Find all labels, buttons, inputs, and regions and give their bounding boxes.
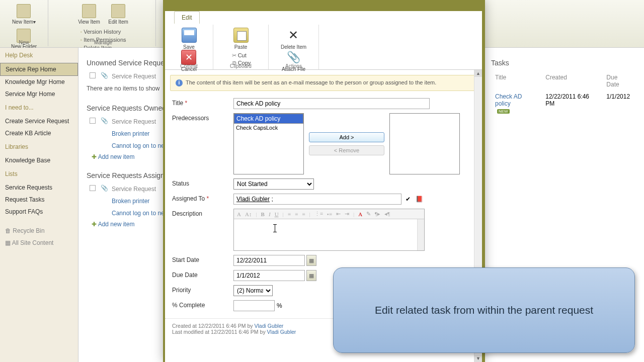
left-navigation: Help Desk Service Rep Home Knowledge Mgr…: [0, 48, 78, 362]
description-textarea[interactable]: [234, 219, 424, 250]
checkbox-icon[interactable]: [90, 72, 96, 78]
highlight-icon[interactable]: ✎: [365, 211, 372, 217]
font-size-icon[interactable]: A↕: [244, 211, 253, 217]
nav-header-helpdesk: Help Desk: [0, 48, 78, 63]
title-label: Title *: [172, 98, 233, 107]
tab-edit[interactable]: Edit: [174, 11, 200, 24]
tasks-heading: Tasks: [491, 59, 636, 67]
align-right-icon[interactable]: ≡: [301, 211, 306, 217]
browse-people-icon[interactable]: 📕: [415, 195, 424, 204]
outdent-icon[interactable]: ⇤: [335, 211, 342, 217]
pct-complete-input[interactable]: [233, 300, 275, 311]
nav-header-libraries: Libraries: [0, 139, 78, 154]
calendar-icon[interactable]: ▦: [306, 255, 316, 266]
dialog-titlebar: [165, 0, 482, 11]
bold-icon[interactable]: B: [260, 211, 266, 217]
pct-complete-label: % Complete: [172, 300, 233, 309]
description-label: Description: [172, 209, 233, 217]
view-item-button[interactable]: View Item: [75, 2, 103, 27]
ribbon-group-new-label: New: [0, 40, 48, 45]
rich-text-toolbar: A A↕ | B I U | ≡ ≡ ≡ | ⋮≡ •≡: [234, 209, 424, 219]
align-left-icon[interactable]: ≡: [287, 211, 292, 217]
nav-knowledge-base[interactable]: Knowledge Base: [0, 154, 78, 166]
ribbon-group-clipboard-label: Clipboard: [213, 63, 268, 69]
predecessors-selected-list[interactable]: [389, 113, 460, 174]
info-message: iThe content of this item will be sent a…: [170, 75, 477, 91]
start-date-input[interactable]: [233, 255, 305, 266]
nav-service-rep-home[interactable]: Service Rep Home: [0, 63, 78, 76]
nav-service-requests[interactable]: Service Requests: [0, 182, 78, 194]
predecessor-option[interactable]: Check CapsLock: [234, 124, 303, 132]
nav-service-mgr-home[interactable]: Service Mgr Home: [0, 88, 78, 100]
scroll-up-icon[interactable]: ▲: [474, 70, 482, 77]
edit-item-button[interactable]: Edit Item: [105, 2, 131, 27]
priority-label: Priority: [172, 285, 233, 294]
nav-create-service-request[interactable]: Create Service Request: [0, 115, 78, 127]
status-label: Status: [172, 178, 233, 187]
paste-button[interactable]: Paste: [230, 28, 252, 50]
new-item-button[interactable]: New Item▾: [9, 2, 39, 27]
underline-icon[interactable]: U: [274, 211, 280, 217]
due-date-label: Due Date: [172, 270, 233, 279]
attachment-icon: 📎: [101, 185, 108, 192]
font-color-icon[interactable]: A: [357, 211, 363, 217]
nav-knowledge-mgr-home[interactable]: Knowledge Mgr Home: [0, 76, 78, 88]
description-scrollbar[interactable]: [417, 219, 424, 250]
checkbox-icon[interactable]: [90, 118, 96, 124]
checkbox-icon[interactable]: [90, 185, 96, 191]
nav-create-kb-article[interactable]: Create KB Article: [0, 127, 78, 139]
info-icon: i: [176, 79, 183, 86]
cut-button[interactable]: ✂Cut: [229, 52, 253, 59]
pct-suffix: %: [277, 302, 282, 309]
italic-icon[interactable]: I: [268, 211, 272, 217]
nav-recycle-bin[interactable]: 🗑 Recycle Bin: [0, 225, 78, 237]
priority-select[interactable]: (2) Normal: [233, 285, 273, 296]
attachment-icon: 📎: [101, 72, 108, 79]
attachment-icon: 📎: [101, 117, 108, 124]
scroll-down-icon[interactable]: ▼: [474, 355, 482, 362]
assigned-to-input[interactable]: Vladi Gubler ;: [233, 194, 401, 205]
start-date-label: Start Date: [172, 255, 233, 263]
nav-support-faqs[interactable]: Support FAQs: [0, 206, 78, 218]
delete-item-button[interactable]: ✕Delete Item: [278, 28, 309, 50]
predecessors-add-button[interactable]: Add >: [309, 132, 384, 142]
version-history-button[interactable]: Version History: [78, 28, 128, 36]
predecessors-label: Predecessors: [172, 113, 233, 122]
new-badge: NEW: [497, 109, 510, 114]
modified-by-link[interactable]: Vladi Gubler: [267, 329, 296, 335]
ribbon-group-actions-label: Actions: [269, 63, 318, 69]
task-row[interactable]: Check AD policyNEW 12/22/2011 6:46 PM 1/…: [492, 91, 635, 116]
ribbon-group-commit-label: Commit: [165, 63, 213, 69]
tasks-columns: Title Created Due Date: [492, 72, 635, 90]
dialog-ribbon: Save ✕Cancel Commit Paste ✂Cut ⧉Copy Cli…: [165, 25, 482, 70]
created-by-link[interactable]: Vladi Gubler: [254, 323, 283, 329]
nav-header-needto: I need to...: [0, 100, 78, 115]
status-select[interactable]: Not Started: [233, 178, 314, 190]
calendar-icon[interactable]: ▦: [306, 270, 316, 281]
save-button[interactable]: Save: [179, 28, 200, 50]
nav-header-lists: Lists: [0, 166, 78, 182]
ltr-icon[interactable]: ¶▸: [374, 211, 381, 217]
rtl-icon[interactable]: ◂¶: [383, 211, 391, 217]
nav-request-tasks[interactable]: Request Tasks: [0, 194, 78, 206]
description-editor[interactable]: A A↕ | B I U | ≡ ≡ ≡ | ⋮≡ •≡: [233, 209, 425, 251]
font-family-icon[interactable]: A: [236, 211, 242, 217]
align-center-icon[interactable]: ≡: [294, 211, 299, 217]
predecessors-available-list[interactable]: Check AD policy Check CapsLock: [233, 113, 304, 174]
check-names-icon[interactable]: ✔: [404, 195, 413, 204]
bullet-list-icon[interactable]: •≡: [326, 211, 333, 217]
tooltip-callout: Edit related task from within the parent…: [333, 267, 635, 353]
predecessor-option[interactable]: Check AD policy: [234, 114, 303, 124]
predecessors-remove-button[interactable]: < Remove: [309, 145, 384, 155]
due-date-input[interactable]: [233, 270, 305, 281]
numbered-list-icon[interactable]: ⋮≡: [313, 211, 324, 217]
title-input[interactable]: [233, 98, 430, 109]
ribbon-group-manage-label: Manage: [50, 40, 155, 45]
nav-all-site-content[interactable]: ▦ All Site Content: [0, 237, 78, 249]
assigned-to-label: Assigned To *: [172, 194, 233, 202]
text-cursor-icon: [273, 224, 277, 232]
indent-icon[interactable]: ⇥: [344, 211, 350, 217]
